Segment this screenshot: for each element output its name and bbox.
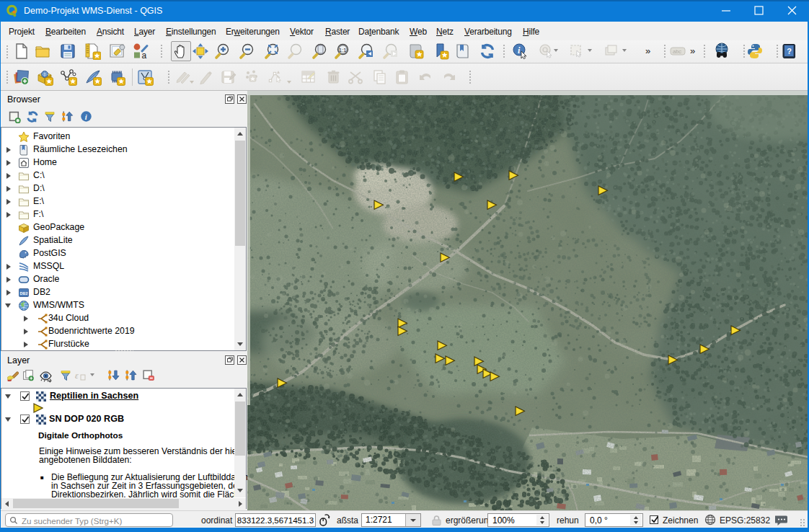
svg-text:i: i bbox=[85, 113, 87, 121]
svg-text:DB2: DB2 bbox=[20, 291, 28, 296]
svg-text:abc: abc bbox=[673, 48, 681, 55]
svg-text:?: ? bbox=[787, 47, 792, 56]
svg-text:ε: ε bbox=[75, 371, 79, 381]
svg-text:a: a bbox=[142, 50, 147, 61]
